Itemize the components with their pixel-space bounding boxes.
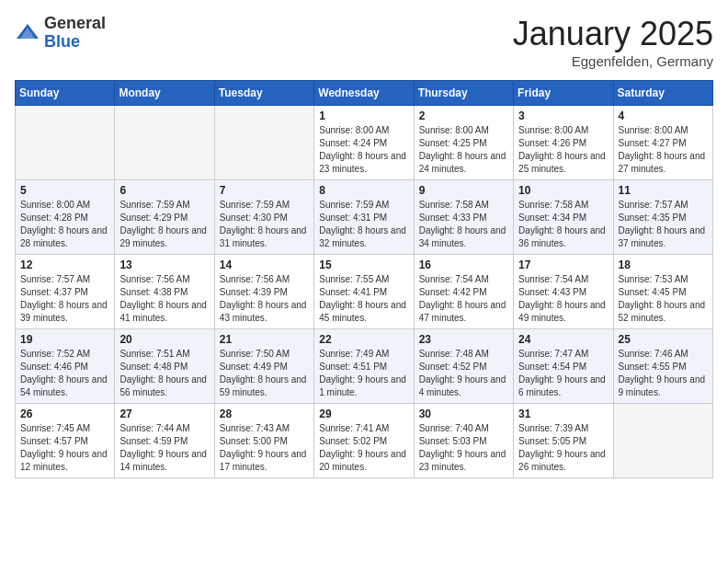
day-info: Sunrise: 8:00 AM Sunset: 4:27 PM Dayligh… — [619, 124, 708, 176]
calendar-day-cell: 7Sunrise: 7:59 AM Sunset: 4:30 PM Daylig… — [214, 180, 313, 255]
day-info: Sunrise: 8:00 AM Sunset: 4:28 PM Dayligh… — [20, 199, 109, 250]
calendar-day-cell: 26Sunrise: 7:45 AM Sunset: 4:57 PM Dayli… — [16, 404, 115, 478]
weekday-header: Thursday — [414, 81, 513, 106]
calendar-day-cell: 11Sunrise: 7:57 AM Sunset: 4:35 PM Dayli… — [613, 180, 712, 255]
calendar-day-cell: 29Sunrise: 7:41 AM Sunset: 5:02 PM Dayli… — [314, 404, 414, 478]
day-number: 31 — [518, 408, 608, 420]
day-info: Sunrise: 7:40 AM Sunset: 5:03 PM Dayligh… — [419, 422, 508, 474]
day-number: 29 — [319, 408, 408, 420]
calendar-day-cell: 18Sunrise: 7:53 AM Sunset: 4:45 PM Dayli… — [613, 255, 712, 329]
day-number: 2 — [419, 109, 508, 122]
day-number: 6 — [119, 184, 209, 197]
day-number: 21 — [220, 333, 309, 346]
calendar-day-cell: 20Sunrise: 7:51 AM Sunset: 4:48 PM Dayli… — [115, 329, 214, 404]
day-info: Sunrise: 7:57 AM Sunset: 4:37 PM Dayligh… — [20, 273, 109, 325]
weekday-header: Wednesday — [314, 81, 414, 106]
day-info: Sunrise: 7:59 AM Sunset: 4:30 PM Dayligh… — [220, 199, 309, 250]
day-info: Sunrise: 7:55 AM Sunset: 4:41 PM Dayligh… — [319, 273, 408, 325]
calendar-day-cell: 9Sunrise: 7:58 AM Sunset: 4:33 PM Daylig… — [414, 180, 513, 255]
day-info: Sunrise: 7:48 AM Sunset: 4:52 PM Dayligh… — [419, 348, 508, 399]
day-number: 10 — [518, 184, 608, 197]
day-info: Sunrise: 7:59 AM Sunset: 4:31 PM Dayligh… — [319, 199, 408, 250]
day-info: Sunrise: 7:58 AM Sunset: 4:34 PM Dayligh… — [518, 199, 608, 250]
weekday-header: Monday — [115, 81, 214, 106]
day-number: 24 — [518, 333, 608, 346]
day-number: 17 — [518, 259, 608, 271]
page-header: General Blue January 2025 Eggenfelden, G… — [15, 15, 713, 69]
calendar-day-cell: 30Sunrise: 7:40 AM Sunset: 5:03 PM Dayli… — [414, 404, 513, 478]
calendar-location: Eggenfelden, Germany — [513, 53, 713, 69]
logo-general: General — [44, 15, 106, 33]
day-number: 25 — [619, 333, 708, 346]
calendar-day-cell: 5Sunrise: 8:00 AM Sunset: 4:28 PM Daylig… — [16, 180, 115, 255]
logo: General Blue — [15, 15, 106, 52]
calendar-day-cell — [214, 106, 313, 180]
day-info: Sunrise: 7:47 AM Sunset: 4:54 PM Dayligh… — [518, 348, 608, 399]
weekday-header: Friday — [514, 81, 613, 106]
calendar-week-row: 19Sunrise: 7:52 AM Sunset: 4:46 PM Dayli… — [16, 329, 713, 404]
day-number: 4 — [619, 109, 708, 122]
calendar-day-cell: 1Sunrise: 8:00 AM Sunset: 4:24 PM Daylig… — [314, 106, 414, 180]
weekday-header: Tuesday — [214, 81, 313, 106]
logo-icon — [15, 20, 40, 46]
day-number: 26 — [20, 408, 109, 420]
calendar-week-row: 5Sunrise: 8:00 AM Sunset: 4:28 PM Daylig… — [16, 180, 713, 255]
calendar-day-cell: 4Sunrise: 8:00 AM Sunset: 4:27 PM Daylig… — [613, 106, 712, 180]
calendar-day-cell: 31Sunrise: 7:39 AM Sunset: 5:05 PM Dayli… — [514, 404, 613, 478]
calendar-day-cell: 21Sunrise: 7:50 AM Sunset: 4:49 PM Dayli… — [214, 329, 313, 404]
weekday-header: Sunday — [16, 81, 115, 106]
calendar-day-cell: 17Sunrise: 7:54 AM Sunset: 4:43 PM Dayli… — [514, 255, 613, 329]
day-number: 18 — [619, 259, 708, 271]
calendar-day-cell: 19Sunrise: 7:52 AM Sunset: 4:46 PM Dayli… — [16, 329, 115, 404]
calendar-day-cell: 2Sunrise: 8:00 AM Sunset: 4:25 PM Daylig… — [414, 106, 513, 180]
day-info: Sunrise: 7:49 AM Sunset: 4:51 PM Dayligh… — [319, 348, 408, 399]
calendar-week-row: 1Sunrise: 8:00 AM Sunset: 4:24 PM Daylig… — [16, 106, 713, 180]
calendar-day-cell — [115, 106, 214, 180]
calendar-header-row: SundayMondayTuesdayWednesdayThursdayFrid… — [16, 81, 713, 106]
calendar-day-cell: 14Sunrise: 7:56 AM Sunset: 4:39 PM Dayli… — [214, 255, 313, 329]
day-number: 11 — [619, 184, 708, 197]
day-number: 16 — [419, 259, 508, 271]
calendar-day-cell: 22Sunrise: 7:49 AM Sunset: 4:51 PM Dayli… — [314, 329, 414, 404]
logo-text: General Blue — [44, 15, 106, 52]
day-number: 3 — [518, 109, 608, 122]
day-info: Sunrise: 7:39 AM Sunset: 5:05 PM Dayligh… — [518, 422, 608, 474]
day-info: Sunrise: 7:50 AM Sunset: 4:49 PM Dayligh… — [220, 348, 309, 399]
calendar-day-cell: 15Sunrise: 7:55 AM Sunset: 4:41 PM Dayli… — [314, 255, 414, 329]
logo-blue: Blue — [44, 33, 106, 52]
calendar-day-cell: 28Sunrise: 7:43 AM Sunset: 5:00 PM Dayli… — [214, 404, 313, 478]
calendar-title: January 2025 — [513, 15, 713, 53]
day-info: Sunrise: 8:00 AM Sunset: 4:26 PM Dayligh… — [518, 124, 608, 176]
calendar-day-cell: 23Sunrise: 7:48 AM Sunset: 4:52 PM Dayli… — [414, 329, 513, 404]
day-number: 5 — [20, 184, 109, 197]
day-info: Sunrise: 7:45 AM Sunset: 4:57 PM Dayligh… — [20, 422, 109, 474]
day-info: Sunrise: 7:59 AM Sunset: 4:29 PM Dayligh… — [119, 199, 209, 250]
day-number: 1 — [319, 109, 408, 122]
day-number: 14 — [220, 259, 309, 271]
day-info: Sunrise: 7:54 AM Sunset: 4:43 PM Dayligh… — [518, 273, 608, 325]
day-number: 8 — [319, 184, 408, 197]
calendar-day-cell: 25Sunrise: 7:46 AM Sunset: 4:55 PM Dayli… — [613, 329, 712, 404]
day-info: Sunrise: 7:43 AM Sunset: 5:00 PM Dayligh… — [220, 422, 309, 474]
title-block: January 2025 Eggenfelden, Germany — [513, 15, 713, 69]
day-info: Sunrise: 7:51 AM Sunset: 4:48 PM Dayligh… — [119, 348, 209, 399]
calendar-day-cell — [613, 404, 712, 478]
day-info: Sunrise: 7:52 AM Sunset: 4:46 PM Dayligh… — [20, 348, 109, 399]
calendar-day-cell: 6Sunrise: 7:59 AM Sunset: 4:29 PM Daylig… — [115, 180, 214, 255]
calendar-day-cell: 24Sunrise: 7:47 AM Sunset: 4:54 PM Dayli… — [514, 329, 613, 404]
day-info: Sunrise: 7:44 AM Sunset: 4:59 PM Dayligh… — [119, 422, 209, 474]
day-number: 12 — [20, 259, 109, 271]
calendar-table: SundayMondayTuesdayWednesdayThursdayFrid… — [15, 80, 713, 478]
day-info: Sunrise: 7:58 AM Sunset: 4:33 PM Dayligh… — [419, 199, 508, 250]
calendar-day-cell: 16Sunrise: 7:54 AM Sunset: 4:42 PM Dayli… — [414, 255, 513, 329]
calendar-day-cell — [16, 106, 115, 180]
calendar-day-cell: 27Sunrise: 7:44 AM Sunset: 4:59 PM Dayli… — [115, 404, 214, 478]
calendar-week-row: 26Sunrise: 7:45 AM Sunset: 4:57 PM Dayli… — [16, 404, 713, 478]
day-info: Sunrise: 7:56 AM Sunset: 4:39 PM Dayligh… — [220, 273, 309, 325]
day-number: 27 — [119, 408, 209, 420]
day-number: 20 — [119, 333, 209, 346]
day-number: 9 — [419, 184, 508, 197]
day-number: 13 — [119, 259, 209, 271]
day-number: 15 — [319, 259, 408, 271]
calendar-week-row: 12Sunrise: 7:57 AM Sunset: 4:37 PM Dayli… — [16, 255, 713, 329]
